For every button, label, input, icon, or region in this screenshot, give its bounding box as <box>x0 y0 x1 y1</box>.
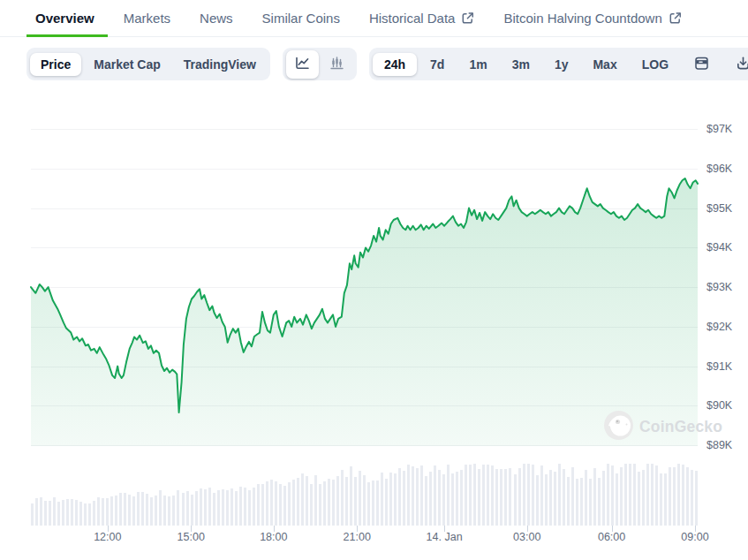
volume-bar <box>35 498 38 526</box>
volume-bar <box>633 464 636 526</box>
volume-bar <box>536 475 539 526</box>
volume-bar <box>146 494 148 526</box>
volume-bar <box>110 496 113 526</box>
volume-bar <box>345 477 348 526</box>
tab-news[interactable]: News <box>200 0 233 36</box>
volume-bar <box>200 488 202 526</box>
y-axis-tick-label: $91K <box>706 360 747 373</box>
volume-bar <box>253 488 255 526</box>
volume-bar <box>381 473 383 526</box>
volume-bar <box>191 495 193 526</box>
volume-bar <box>664 473 667 526</box>
volume-bar <box>182 493 185 526</box>
price-chart-plot[interactable] <box>31 115 698 446</box>
y-axis-tick-label: $89K <box>706 439 747 451</box>
volume-bar <box>75 500 78 526</box>
x-axis-tick-label: 12:00 <box>94 531 121 543</box>
volume-bar <box>523 464 525 526</box>
volume-bar <box>504 469 507 526</box>
range-max-button[interactable]: Max <box>581 53 628 76</box>
volume-bar <box>132 496 135 526</box>
volume-bar <box>301 473 304 526</box>
volume-bar <box>403 471 405 526</box>
volume-bar <box>208 488 211 526</box>
volume-bar <box>500 469 502 526</box>
volume-bar <box>602 471 605 526</box>
tab-label: Overview <box>35 11 94 26</box>
volume-bar <box>527 464 530 526</box>
volume-bar <box>616 473 618 526</box>
volume-bar <box>646 464 649 526</box>
volume-bar <box>49 501 51 526</box>
volume-bar <box>128 495 131 526</box>
volume-bar <box>669 467 671 526</box>
volume-bar <box>429 472 432 526</box>
metric-market-cap-button[interactable]: Market Cap <box>83 53 170 76</box>
volume-bar <box>168 496 170 526</box>
y-axis-tick-label: $93K <box>706 281 747 293</box>
volume-bar <box>288 482 291 526</box>
tab-overview[interactable]: Overview <box>35 0 94 36</box>
tab-historical-data[interactable]: Historical Data <box>369 0 475 36</box>
volume-bar <box>655 465 658 526</box>
volume-bar <box>420 465 423 526</box>
volume-bar <box>204 489 207 526</box>
volume-bar <box>217 490 220 526</box>
volume-bar <box>150 497 153 526</box>
volume-bar <box>323 481 326 526</box>
volume-bar <box>341 470 344 526</box>
volume-bar <box>585 470 587 526</box>
volume-bar <box>84 503 87 526</box>
volume-bar <box>607 464 609 526</box>
volume-bar <box>261 484 264 526</box>
volume-bar <box>115 496 117 526</box>
volume-bar <box>540 465 543 526</box>
volume-bar <box>389 473 392 526</box>
range-7d-button[interactable]: 7d <box>419 53 456 76</box>
volume-bar <box>620 467 623 526</box>
volume-bar <box>283 486 286 526</box>
volume-bar <box>491 465 494 526</box>
volume-bar <box>482 465 485 526</box>
range-3m-button[interactable]: 3m <box>501 53 541 76</box>
tab-markets[interactable]: Markets <box>124 0 170 36</box>
range-log-button[interactable]: LOG <box>631 53 680 76</box>
candle-chart-icon <box>329 55 345 74</box>
volume-bar <box>235 491 238 526</box>
tab-bar: Overview Markets News Similar Coins Hist… <box>0 0 748 37</box>
volume-bar <box>102 498 104 526</box>
volume-bar <box>328 479 330 526</box>
volume-bar <box>172 496 175 526</box>
volume-bar <box>222 489 224 526</box>
volume-bar <box>478 469 480 526</box>
volume-bar <box>239 487 242 526</box>
volume-bar <box>31 503 34 526</box>
calendar-button[interactable] <box>682 50 722 79</box>
range-1y-button[interactable]: 1y <box>543 53 580 76</box>
volume-bar <box>447 465 450 526</box>
volume-bar <box>319 484 321 526</box>
volume-bar <box>412 466 414 526</box>
volume-bar <box>473 464 476 526</box>
download-button[interactable] <box>723 50 748 79</box>
volume-bar <box>438 470 441 526</box>
range-24h-button[interactable]: 24h <box>373 53 417 76</box>
candle-chart-type-button[interactable] <box>321 50 353 79</box>
volume-bar <box>554 472 556 526</box>
metric-tradingview-button[interactable]: TradingView <box>173 53 267 76</box>
volume-bar <box>673 467 676 526</box>
range-1m-button[interactable]: 1m <box>457 53 498 76</box>
volume-bar <box>514 474 517 526</box>
volume-bar <box>545 474 548 526</box>
tab-bitcoin-halving-countdown[interactable]: Bitcoin Halving Countdown <box>503 0 681 36</box>
y-axis-tick-label: $92K <box>706 321 747 333</box>
volume-bar <box>336 476 339 526</box>
volume-bar <box>460 470 463 526</box>
line-chart-type-button[interactable] <box>286 50 319 79</box>
volume-bar <box>549 470 552 526</box>
volume-bar <box>367 482 370 526</box>
tab-similar-coins[interactable]: Similar Coins <box>262 0 340 36</box>
metric-price-button[interactable]: Price <box>30 53 81 76</box>
volume-bars <box>31 464 698 526</box>
volume-bar <box>598 478 601 526</box>
